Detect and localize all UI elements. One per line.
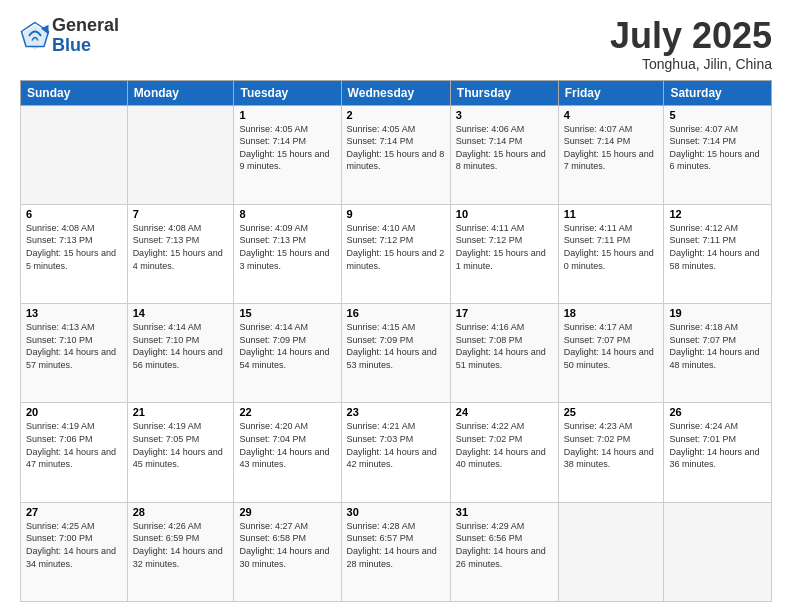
day-number: 27: [26, 506, 122, 518]
cell-info: Sunrise: 4:09 AMSunset: 7:13 PMDaylight:…: [239, 222, 335, 272]
cell-info: Sunrise: 4:21 AMSunset: 7:03 PMDaylight:…: [347, 420, 445, 470]
day-header-thursday: Thursday: [450, 80, 558, 105]
calendar-cell: 17Sunrise: 4:16 AMSunset: 7:08 PMDayligh…: [450, 304, 558, 403]
day-number: 19: [669, 307, 766, 319]
week-row-3: 13Sunrise: 4:13 AMSunset: 7:10 PMDayligh…: [21, 304, 772, 403]
calendar-header: SundayMondayTuesdayWednesdayThursdayFrid…: [21, 80, 772, 105]
calendar-cell: 21Sunrise: 4:19 AMSunset: 7:05 PMDayligh…: [127, 403, 234, 502]
day-number: 23: [347, 406, 445, 418]
cell-info: Sunrise: 4:07 AMSunset: 7:14 PMDaylight:…: [669, 123, 766, 173]
cell-info: Sunrise: 4:23 AMSunset: 7:02 PMDaylight:…: [564, 420, 659, 470]
calendar-cell: 1Sunrise: 4:05 AMSunset: 7:14 PMDaylight…: [234, 105, 341, 204]
calendar-cell: 16Sunrise: 4:15 AMSunset: 7:09 PMDayligh…: [341, 304, 450, 403]
day-number: 31: [456, 506, 553, 518]
cell-info: Sunrise: 4:06 AMSunset: 7:14 PMDaylight:…: [456, 123, 553, 173]
cell-info: Sunrise: 4:05 AMSunset: 7:14 PMDaylight:…: [347, 123, 445, 173]
cell-info: Sunrise: 4:05 AMSunset: 7:14 PMDaylight:…: [239, 123, 335, 173]
calendar-cell: 8Sunrise: 4:09 AMSunset: 7:13 PMDaylight…: [234, 204, 341, 303]
day-number: 13: [26, 307, 122, 319]
day-number: 6: [26, 208, 122, 220]
calendar-cell: 22Sunrise: 4:20 AMSunset: 7:04 PMDayligh…: [234, 403, 341, 502]
day-header-wednesday: Wednesday: [341, 80, 450, 105]
calendar: SundayMondayTuesdayWednesdayThursdayFrid…: [20, 80, 772, 602]
calendar-cell: 13Sunrise: 4:13 AMSunset: 7:10 PMDayligh…: [21, 304, 128, 403]
week-row-5: 27Sunrise: 4:25 AMSunset: 7:00 PMDayligh…: [21, 502, 772, 601]
cell-info: Sunrise: 4:08 AMSunset: 7:13 PMDaylight:…: [26, 222, 122, 272]
day-number: 18: [564, 307, 659, 319]
day-header-monday: Monday: [127, 80, 234, 105]
title-block: July 2025 Tonghua, Jilin, China: [610, 16, 772, 72]
calendar-cell: [21, 105, 128, 204]
cell-info: Sunrise: 4:15 AMSunset: 7:09 PMDaylight:…: [347, 321, 445, 371]
calendar-cell: 11Sunrise: 4:11 AMSunset: 7:11 PMDayligh…: [558, 204, 664, 303]
calendar-cell: 27Sunrise: 4:25 AMSunset: 7:00 PMDayligh…: [21, 502, 128, 601]
day-number: 11: [564, 208, 659, 220]
cell-info: Sunrise: 4:19 AMSunset: 7:05 PMDaylight:…: [133, 420, 229, 470]
day-number: 20: [26, 406, 122, 418]
day-header-sunday: Sunday: [21, 80, 128, 105]
cell-info: Sunrise: 4:10 AMSunset: 7:12 PMDaylight:…: [347, 222, 445, 272]
day-number: 8: [239, 208, 335, 220]
day-number: 26: [669, 406, 766, 418]
calendar-cell: 4Sunrise: 4:07 AMSunset: 7:14 PMDaylight…: [558, 105, 664, 204]
calendar-cell: 20Sunrise: 4:19 AMSunset: 7:06 PMDayligh…: [21, 403, 128, 502]
calendar-cell: 10Sunrise: 4:11 AMSunset: 7:12 PMDayligh…: [450, 204, 558, 303]
day-number: 15: [239, 307, 335, 319]
location: Tonghua, Jilin, China: [610, 56, 772, 72]
calendar-body: 1Sunrise: 4:05 AMSunset: 7:14 PMDaylight…: [21, 105, 772, 601]
day-number: 7: [133, 208, 229, 220]
day-header-friday: Friday: [558, 80, 664, 105]
cell-info: Sunrise: 4:13 AMSunset: 7:10 PMDaylight:…: [26, 321, 122, 371]
calendar-cell: [664, 502, 772, 601]
calendar-cell: 25Sunrise: 4:23 AMSunset: 7:02 PMDayligh…: [558, 403, 664, 502]
day-number: 21: [133, 406, 229, 418]
calendar-cell: 9Sunrise: 4:10 AMSunset: 7:12 PMDaylight…: [341, 204, 450, 303]
day-number: 3: [456, 109, 553, 121]
cell-info: Sunrise: 4:14 AMSunset: 7:09 PMDaylight:…: [239, 321, 335, 371]
day-number: 5: [669, 109, 766, 121]
page: General Blue July 2025 Tonghua, Jilin, C…: [0, 0, 792, 612]
cell-info: Sunrise: 4:19 AMSunset: 7:06 PMDaylight:…: [26, 420, 122, 470]
day-number: 25: [564, 406, 659, 418]
day-number: 17: [456, 307, 553, 319]
day-number: 12: [669, 208, 766, 220]
calendar-cell: 2Sunrise: 4:05 AMSunset: 7:14 PMDaylight…: [341, 105, 450, 204]
calendar-cell: [558, 502, 664, 601]
day-number: 1: [239, 109, 335, 121]
day-number: 28: [133, 506, 229, 518]
header-row: SundayMondayTuesdayWednesdayThursdayFrid…: [21, 80, 772, 105]
cell-info: Sunrise: 4:11 AMSunset: 7:12 PMDaylight:…: [456, 222, 553, 272]
cell-info: Sunrise: 4:28 AMSunset: 6:57 PMDaylight:…: [347, 520, 445, 570]
cell-info: Sunrise: 4:17 AMSunset: 7:07 PMDaylight:…: [564, 321, 659, 371]
logo-text: General Blue: [52, 16, 119, 56]
day-number: 4: [564, 109, 659, 121]
day-number: 24: [456, 406, 553, 418]
calendar-cell: 26Sunrise: 4:24 AMSunset: 7:01 PMDayligh…: [664, 403, 772, 502]
cell-info: Sunrise: 4:14 AMSunset: 7:10 PMDaylight:…: [133, 321, 229, 371]
cell-info: Sunrise: 4:08 AMSunset: 7:13 PMDaylight:…: [133, 222, 229, 272]
calendar-cell: 5Sunrise: 4:07 AMSunset: 7:14 PMDaylight…: [664, 105, 772, 204]
day-number: 10: [456, 208, 553, 220]
calendar-cell: 23Sunrise: 4:21 AMSunset: 7:03 PMDayligh…: [341, 403, 450, 502]
cell-info: Sunrise: 4:22 AMSunset: 7:02 PMDaylight:…: [456, 420, 553, 470]
day-number: 16: [347, 307, 445, 319]
month-title: July 2025: [610, 16, 772, 56]
day-number: 2: [347, 109, 445, 121]
calendar-cell: 29Sunrise: 4:27 AMSunset: 6:58 PMDayligh…: [234, 502, 341, 601]
cell-info: Sunrise: 4:29 AMSunset: 6:56 PMDaylight:…: [456, 520, 553, 570]
day-number: 29: [239, 506, 335, 518]
calendar-cell: 12Sunrise: 4:12 AMSunset: 7:11 PMDayligh…: [664, 204, 772, 303]
calendar-cell: 7Sunrise: 4:08 AMSunset: 7:13 PMDaylight…: [127, 204, 234, 303]
cell-info: Sunrise: 4:18 AMSunset: 7:07 PMDaylight:…: [669, 321, 766, 371]
cell-info: Sunrise: 4:12 AMSunset: 7:11 PMDaylight:…: [669, 222, 766, 272]
cell-info: Sunrise: 4:25 AMSunset: 7:00 PMDaylight:…: [26, 520, 122, 570]
cell-info: Sunrise: 4:27 AMSunset: 6:58 PMDaylight:…: [239, 520, 335, 570]
day-header-tuesday: Tuesday: [234, 80, 341, 105]
logo: General Blue: [20, 16, 119, 56]
header: General Blue July 2025 Tonghua, Jilin, C…: [20, 16, 772, 72]
cell-info: Sunrise: 4:26 AMSunset: 6:59 PMDaylight:…: [133, 520, 229, 570]
logo-general-text: General: [52, 16, 119, 36]
cell-info: Sunrise: 4:20 AMSunset: 7:04 PMDaylight:…: [239, 420, 335, 470]
calendar-cell: 3Sunrise: 4:06 AMSunset: 7:14 PMDaylight…: [450, 105, 558, 204]
day-number: 9: [347, 208, 445, 220]
